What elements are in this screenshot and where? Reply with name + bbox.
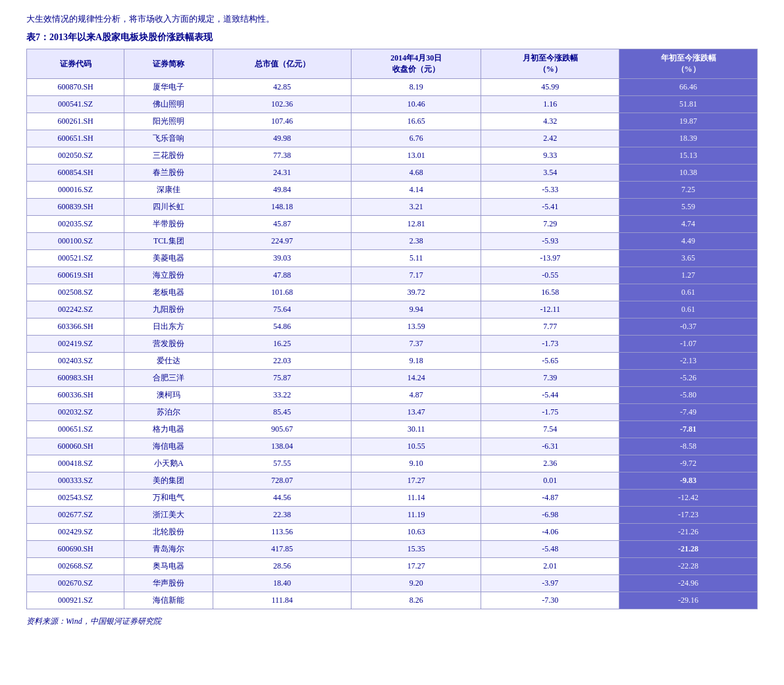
- cell-monthly: 9.33: [481, 147, 619, 165]
- cell-price: 11.19: [352, 507, 481, 524]
- col-header-yearly: 年初至今涨跌幅（%）: [619, 49, 758, 79]
- cell-name: 爱仕达: [124, 353, 213, 370]
- cell-market-cap: 113.56: [213, 524, 352, 541]
- cell-yearly: -8.58: [619, 438, 758, 455]
- cell-name: 苏泊尔: [124, 404, 213, 421]
- table-row: 000541.SZ佛山照明102.3610.461.1651.81: [27, 96, 758, 113]
- table-row: 600261.SH阳光照明107.4616.654.3219.87: [27, 113, 758, 130]
- cell-market-cap: 111.84: [213, 592, 352, 609]
- cell-monthly: 3.54: [481, 165, 619, 182]
- cell-yearly: -5.80: [619, 387, 758, 404]
- table-row: 002403.SZ爱仕达22.039.18-5.65-2.13: [27, 353, 758, 370]
- cell-market-cap: 148.18: [213, 199, 352, 216]
- cell-yearly: -21.26: [619, 524, 758, 541]
- cell-code: 000521.SZ: [27, 250, 124, 267]
- cell-market-cap: 42.85: [213, 79, 352, 96]
- cell-price: 16.65: [352, 113, 481, 130]
- cell-code: 600983.SH: [27, 370, 124, 387]
- cell-code: 000016.SZ: [27, 182, 124, 199]
- cell-code: 600870.SH: [27, 79, 124, 96]
- cell-monthly: -4.87: [481, 490, 619, 507]
- table-row: 002670.SZ华声股份18.409.20-3.97-24.96: [27, 575, 758, 592]
- table-row: 000016.SZ深康佳49.844.14-5.337.25: [27, 182, 758, 199]
- cell-price: 15.35: [352, 541, 481, 558]
- cell-code: 600651.SH: [27, 130, 124, 147]
- cell-price: 3.21: [352, 199, 481, 216]
- table-row: 002035.SZ半带股份45.8712.817.294.74: [27, 216, 758, 233]
- cell-yearly: 5.59: [619, 199, 758, 216]
- cell-yearly: 10.38: [619, 165, 758, 182]
- cell-code: 002543.SZ: [27, 490, 124, 507]
- table-row: 002050.SZ三花股份77.3813.019.3315.13: [27, 147, 758, 165]
- cell-monthly: -13.97: [481, 250, 619, 267]
- cell-monthly: -6.31: [481, 438, 619, 455]
- cell-price: 13.47: [352, 404, 481, 421]
- table-row: 600983.SH合肥三洋75.8714.247.39-5.26: [27, 370, 758, 387]
- cell-code: 002032.SZ: [27, 404, 124, 421]
- cell-code: 002668.SZ: [27, 558, 124, 575]
- cell-name: 春兰股份: [124, 165, 213, 182]
- cell-yearly: 66.46: [619, 79, 758, 96]
- cell-monthly: -1.75: [481, 404, 619, 421]
- table-row: 000921.SZ海信新能111.848.26-7.30-29.16: [27, 592, 758, 609]
- cell-name: 美的集团: [124, 472, 213, 490]
- table-row: 600854.SH春兰股份24.314.683.5410.38: [27, 165, 758, 182]
- table-row: 000651.SZ格力电器905.6730.117.54-7.81: [27, 421, 758, 438]
- cell-code: 603366.SH: [27, 318, 124, 336]
- cell-name: 海立股份: [124, 267, 213, 284]
- cell-code: 002242.SZ: [27, 301, 124, 318]
- cell-price: 9.18: [352, 353, 481, 370]
- cell-yearly: -24.96: [619, 575, 758, 592]
- col-header-code: 证券代码: [27, 49, 124, 79]
- cell-monthly: 2.36: [481, 455, 619, 472]
- cell-market-cap: 102.36: [213, 96, 352, 113]
- stock-table: 证券代码 证券简称 总市值（亿元） 2014年4月30日收盘价（元） 月初至今涨…: [26, 49, 758, 609]
- cell-name: 华声股份: [124, 575, 213, 592]
- table-row: 600336.SH澳柯玛33.224.87-5.44-5.80: [27, 387, 758, 404]
- cell-price: 11.14: [352, 490, 481, 507]
- cell-price: 10.55: [352, 438, 481, 455]
- cell-yearly: -29.16: [619, 592, 758, 609]
- cell-market-cap: 75.64: [213, 301, 352, 318]
- cell-yearly: 4.49: [619, 233, 758, 250]
- cell-yearly: 19.87: [619, 113, 758, 130]
- cell-monthly: 7.54: [481, 421, 619, 438]
- intro-text: 大生效情况的规律性分析，将市场收入方面的规定，道致结构性。: [26, 13, 758, 25]
- cell-market-cap: 22.03: [213, 353, 352, 370]
- cell-market-cap: 54.86: [213, 318, 352, 336]
- cell-market-cap: 417.85: [213, 541, 352, 558]
- cell-yearly: -12.42: [619, 490, 758, 507]
- cell-market-cap: 16.25: [213, 336, 352, 353]
- table-row: 600870.SH厦华电子42.858.1945.9966.46: [27, 79, 758, 96]
- cell-name: 三花股份: [124, 147, 213, 165]
- cell-name: 阳光照明: [124, 113, 213, 130]
- table-row: 002668.SZ奥马电器28.5617.272.01-22.28: [27, 558, 758, 575]
- cell-market-cap: 22.38: [213, 507, 352, 524]
- cell-market-cap: 138.04: [213, 438, 352, 455]
- cell-monthly: 4.32: [481, 113, 619, 130]
- cell-code: 002677.SZ: [27, 507, 124, 524]
- cell-name: 日出东方: [124, 318, 213, 336]
- cell-yearly: 7.25: [619, 182, 758, 199]
- cell-code: 600619.SH: [27, 267, 124, 284]
- cell-monthly: 16.58: [481, 284, 619, 301]
- cell-name: 奥马电器: [124, 558, 213, 575]
- cell-yearly: -0.37: [619, 318, 758, 336]
- cell-code: 000541.SZ: [27, 96, 124, 113]
- cell-price: 8.19: [352, 79, 481, 96]
- cell-price: 17.27: [352, 558, 481, 575]
- cell-yearly: 18.39: [619, 130, 758, 147]
- cell-yearly: -21.28: [619, 541, 758, 558]
- cell-price: 9.20: [352, 575, 481, 592]
- table-row: 600619.SH海立股份47.887.17-0.551.27: [27, 267, 758, 284]
- table-row: 600651.SH飞乐音响49.986.762.4218.39: [27, 130, 758, 147]
- cell-price: 7.17: [352, 267, 481, 284]
- cell-price: 30.11: [352, 421, 481, 438]
- cell-yearly: 51.81: [619, 96, 758, 113]
- cell-yearly: 15.13: [619, 147, 758, 165]
- col-header-price: 2014年4月30日收盘价（元）: [352, 49, 481, 79]
- cell-market-cap: 44.56: [213, 490, 352, 507]
- cell-market-cap: 28.56: [213, 558, 352, 575]
- cell-price: 12.81: [352, 216, 481, 233]
- cell-name: 九阳股份: [124, 301, 213, 318]
